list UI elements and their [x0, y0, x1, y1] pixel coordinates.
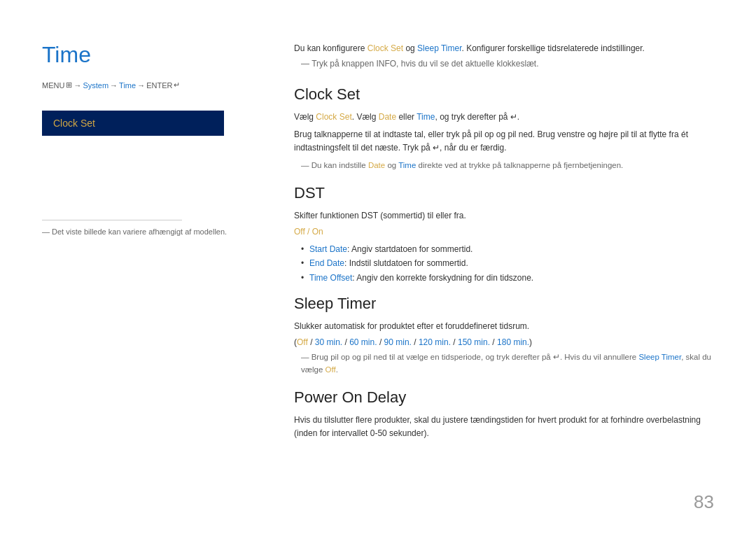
sleep-timer-title: Sleep Timer — [294, 295, 714, 313]
divider — [42, 220, 182, 220]
sleep-timer-note: Brug pil op og pil ned til at vælge en t… — [294, 351, 714, 376]
dst-status: Off / On — [294, 227, 714, 237]
sleep-timer-ref: Sleep Timer — [417, 43, 461, 53]
clock-set-section: Clock Set Vælg Clock Set. Vælg Date elle… — [294, 85, 714, 171]
power-on-delay-section: Power On Delay Hvis du tilslutter flere … — [294, 388, 714, 440]
clock-set-title: Clock Set — [294, 85, 714, 104]
menu-label: MENU — [42, 81, 64, 90]
image-note: — Det viste billede kan variere afhængig… — [42, 227, 252, 236]
page-title: Time — [42, 42, 252, 68]
arrow-2: → — [110, 81, 118, 90]
dst-bullet-startdate: Start Date: Angiv startdatoen for sommer… — [301, 242, 714, 256]
dst-title: DST — [294, 184, 714, 202]
power-on-delay-title: Power On Delay — [294, 388, 714, 407]
intro-note: Tryk på knappen INFO, hvis du vil se det… — [294, 59, 714, 69]
dst-body: Skifter funktionen DST (sommertid) til e… — [294, 209, 714, 223]
power-on-delay-body: Hvis du tilslutter flere produkter, skal… — [294, 414, 714, 440]
enter-label: ENTER — [146, 81, 172, 90]
sleep-timer-section: Sleep Timer Slukker automatisk for produ… — [294, 295, 714, 376]
dst-bullet-list: Start Date: Angiv startdatoen for sommer… — [294, 242, 714, 285]
sleep-timer-body: Slukker automatisk for produktet efter e… — [294, 320, 714, 333]
clock-set-note: Du kan indstille Date og Time direkte ve… — [294, 160, 714, 171]
time-link: Time — [119, 81, 136, 90]
dst-section: DST Skifter funktionen DST (sommertid) t… — [294, 184, 714, 285]
sleep-timer-options: (Off / 30 min. / 60 min. / 90 min. / 120… — [294, 337, 714, 347]
system-link: System — [83, 81, 108, 90]
enter-icon: ↵ — [174, 80, 180, 90]
clock-set-body2: Brug talknapperne til at indtaste tal, e… — [294, 128, 714, 155]
intro-text: Du kan konfigurere Clock Set og Sleep Ti… — [294, 42, 714, 55]
arrow-3: → — [137, 81, 145, 90]
menu-path: MENU ⊞ → System → Time → ENTER ↵ — [42, 80, 252, 90]
arrow-1: → — [74, 81, 81, 90]
dst-bullet-timeoffset: Time Offset: Angiv den korrekte forskydn… — [301, 271, 714, 285]
clock-set-button[interactable]: Clock Set — [42, 111, 224, 136]
dst-bullet-enddate: End Date: Indstil slutdatoen for sommert… — [301, 256, 714, 270]
clock-set-body1: Vælg Clock Set. Vælg Date eller Time, og… — [294, 111, 714, 124]
clock-set-ref: Clock Set — [368, 43, 403, 53]
menu-icon: ⊞ — [66, 80, 72, 90]
page-number: 83 — [694, 491, 714, 513]
